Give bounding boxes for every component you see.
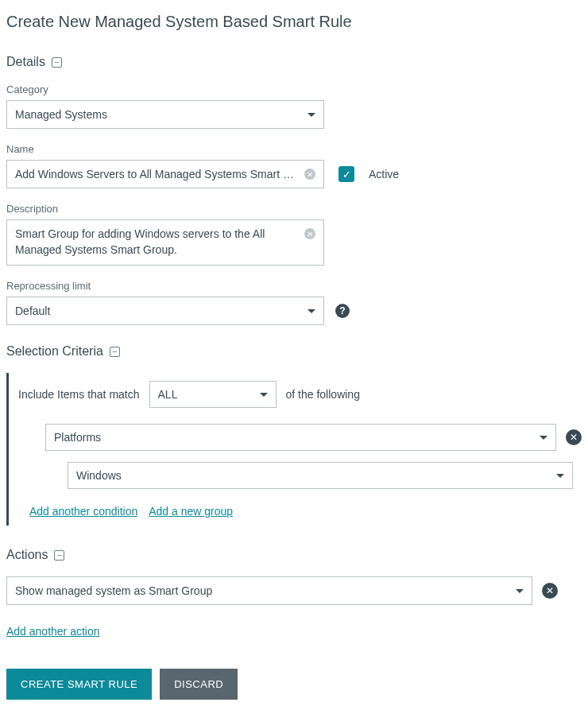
add-action-link[interactable]: Add another action <box>6 625 100 638</box>
collapse-icon[interactable]: − <box>110 347 120 357</box>
description-value: Smart Group for adding Windows servers t… <box>15 227 300 258</box>
clear-icon[interactable]: ✕ <box>304 169 315 180</box>
condition-type-select[interactable]: Platforms <box>45 424 556 451</box>
category-select[interactable]: Managed Systems <box>6 100 324 129</box>
description-label: Description <box>6 203 582 215</box>
collapse-icon[interactable]: − <box>52 57 62 68</box>
include-suffix: of the following <box>286 388 360 401</box>
name-input[interactable]: Add Windows Servers to All Managed Syste… <box>6 160 324 188</box>
action-value: Show managed system as Smart Group <box>15 584 509 597</box>
action-select[interactable]: Show managed system as Smart Group <box>6 576 532 605</box>
criteria-block: Include Items that match ALL of the foll… <box>6 373 582 526</box>
page-title: Create New Managed System Based Smart Ru… <box>6 13 582 31</box>
remove-condition-icon[interactable]: ✕ <box>566 429 582 445</box>
details-header: Details <box>6 55 45 69</box>
criteria-section: Selection Criteria − Include Items that … <box>6 344 582 526</box>
category-value: Managed Systems <box>15 108 301 121</box>
name-label: Name <box>6 143 582 155</box>
reprocessing-value: Default <box>15 305 301 317</box>
chevron-down-icon <box>308 309 315 313</box>
discard-button[interactable]: DISCARD <box>160 669 238 700</box>
clear-icon[interactable]: ✕ <box>304 228 315 239</box>
chevron-down-icon <box>308 113 315 117</box>
active-label: Active <box>369 168 399 180</box>
condition-value-select[interactable]: Windows <box>68 462 573 489</box>
chevron-down-icon <box>540 436 547 440</box>
details-section: Details − Category Managed Systems Name … <box>6 55 582 325</box>
include-prefix: Include Items that match <box>18 388 140 401</box>
remove-action-icon[interactable]: ✕ <box>542 583 558 599</box>
category-label: Category <box>6 83 582 95</box>
chevron-down-icon <box>556 474 564 478</box>
criteria-header: Selection Criteria <box>6 344 103 359</box>
collapse-icon[interactable]: − <box>54 550 64 561</box>
match-select[interactable]: ALL <box>149 381 277 408</box>
match-value: ALL <box>158 388 253 401</box>
name-value: Add Windows Servers to All Managed Syste… <box>15 168 300 180</box>
help-icon[interactable]: ? <box>335 304 350 318</box>
add-group-link[interactable]: Add a new group <box>149 505 233 518</box>
add-condition-link[interactable]: Add another condition <box>29 505 137 518</box>
actions-header: Actions <box>6 548 48 562</box>
active-checkbox[interactable]: ✓ <box>338 166 354 182</box>
chevron-down-icon <box>516 589 524 593</box>
actions-section: Actions − Show managed system as Smart G… <box>6 548 582 638</box>
description-input[interactable]: Smart Group for adding Windows servers t… <box>6 219 324 266</box>
platform-label: Platforms <box>54 431 533 444</box>
chevron-down-icon <box>260 393 268 397</box>
reprocessing-label: Reprocessing limit <box>6 280 582 292</box>
reprocessing-select[interactable]: Default <box>6 297 324 325</box>
create-button[interactable]: CREATE SMART RULE <box>6 669 152 700</box>
platform-value: Windows <box>76 469 550 482</box>
